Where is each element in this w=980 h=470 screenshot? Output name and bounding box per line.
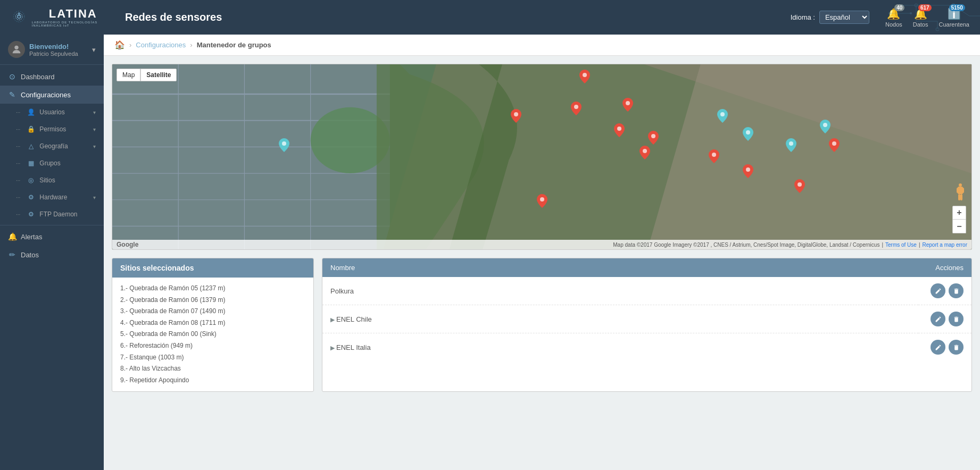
map-pin-cyan-2[interactable] (717, 109, 728, 124)
map-container[interactable]: Map Satellite (112, 64, 972, 250)
report-map-error-link[interactable]: Report a map error (923, 242, 967, 248)
map-pin-cyan-1[interactable] (279, 138, 289, 154)
sidebar-item-configuraciones[interactable]: ✎ Configuraciones (0, 86, 104, 104)
sidebar-item-label: Usuarios (39, 108, 64, 116)
sidebar-item-datos[interactable]: ✏ Datos (0, 246, 104, 264)
map-zoom-in-button[interactable]: + (952, 206, 966, 220)
svg-point-46 (823, 123, 827, 127)
map-type-controls: Map Satellite (117, 69, 177, 81)
site-item: 4.- Quebrada de Ramón 08 (1711 m) (120, 317, 305, 329)
group-edit-button-polkura[interactable] (931, 283, 945, 298)
svg-point-34 (617, 127, 621, 131)
alertas-icon: 🔔 (8, 232, 16, 241)
map-pin-red-1[interactable] (579, 70, 590, 85)
groups-col-nombre: Nombre (322, 258, 918, 277)
sidebar-item-usuarios[interactable]: ··· 👤 Usuarios ▾ (0, 104, 104, 121)
map-data-text: Map data ©2017 Google Imagery ©2017 , CN… (613, 242, 879, 248)
map-pin-red-7[interactable] (640, 146, 650, 161)
logo-text: LATINA (32, 8, 114, 20)
terms-of-use-link[interactable]: Terms of Use (885, 242, 917, 248)
sites-list: 1.- Quebrada de Ramón 05 (1237 m) 2.- Qu… (112, 278, 313, 391)
user-avatar (8, 41, 25, 58)
configuraciones-icon: ✎ (8, 90, 16, 99)
map-zoom-controls: + − (952, 206, 966, 233)
sidebar-item-alertas[interactable]: 🔔 Alertas (0, 228, 104, 246)
map-pin-red-12[interactable] (537, 194, 547, 209)
sites-panel: Sitios seleccionados 1.- Quebrada de Ram… (112, 258, 314, 392)
site-item: 8.- Alto las Vizcachas (120, 363, 305, 375)
bottom-section: Sitios seleccionados 1.- Quebrada de Ram… (112, 258, 972, 392)
map-pin-cyan-4[interactable] (786, 138, 796, 154)
map-type-satellite-button[interactable]: Satellite (140, 69, 177, 81)
google-logo: Google (117, 241, 138, 248)
svg-point-41 (540, 197, 544, 202)
breadcrumb-current: Mantenedor de grupos (197, 41, 271, 49)
table-row: ENEL Chile (322, 305, 971, 333)
geografia-arrow-icon: ▾ (93, 144, 96, 149)
map-zoom-out-button[interactable]: − (952, 220, 966, 233)
sidebar-item-sitios[interactable]: ··· ◎ Sitios (0, 172, 104, 189)
map-pin-red-6[interactable] (648, 131, 659, 146)
map-pin-cyan-5[interactable] (820, 120, 830, 135)
map-pin-red-4[interactable] (622, 98, 633, 113)
sidebar-item-permisos[interactable]: ··· 🔒 Permisos ▾ (0, 121, 104, 138)
content-area: 🏠 › Configuraciones › Mantenedor de grup… (104, 35, 980, 470)
svg-point-44 (746, 130, 750, 135)
site-item: 6.- Reforestación (949 m) (120, 340, 305, 352)
map-type-map-button[interactable]: Map (117, 69, 140, 81)
group-name-polkura: Polkura (330, 287, 354, 295)
group-delete-button-polkura[interactable] (949, 283, 964, 298)
grupos-icon: ▦ (27, 160, 35, 167)
group-edit-button-enel-chile[interactable] (931, 312, 945, 326)
group-delete-button-enel-chile[interactable] (949, 312, 964, 326)
map-pin-red-3[interactable] (571, 102, 582, 117)
group-delete-button-enel-italia[interactable] (949, 340, 964, 355)
group-name-enel-chile[interactable]: ENEL Chile (330, 315, 372, 323)
map-pegman-icon[interactable] (954, 183, 966, 206)
svg-point-36 (643, 149, 647, 153)
map-pin-red-9[interactable] (794, 179, 805, 195)
svg-point-31 (514, 112, 518, 116)
logo-subtitle: LABORATORIO DE TECNOLOGÍAS INALÁMBRICAS … (32, 21, 114, 27)
datos-nav-icon: ✏ (8, 250, 16, 259)
sidebar-item-grupos[interactable]: ··· ▦ Grupos (0, 155, 104, 172)
groups-panel: Nombre Acciones Polkura (322, 258, 972, 392)
username-text: Patricio Sepulveda (29, 51, 78, 57)
sidebar-item-ftp[interactable]: ··· ⚙ FTP Daemon (0, 206, 104, 223)
sidebar-item-geografia[interactable]: ··· △ Geografía ▾ (0, 138, 104, 155)
nav-section: ⊙ Dashboard ✎ Configuraciones ··· 👤 Usua… (0, 65, 104, 266)
language-select[interactable]: Español English Português (819, 11, 869, 24)
nav-separator-1 (0, 225, 104, 225)
svg-rect-47 (959, 183, 962, 187)
map-pin-cyan-3[interactable] (743, 127, 753, 142)
svg-line-6 (953, 5, 969, 16)
svg-point-35 (651, 134, 655, 138)
sidebar-item-label: Configuraciones (21, 91, 71, 99)
breadcrumb-home-icon[interactable]: 🏠 (114, 40, 125, 50)
svg-point-37 (746, 167, 750, 172)
logo-area: LATINA LABORATORIO DE TECNOLOGÍAS INALÁM… (11, 7, 114, 28)
breadcrumb-configuraciones[interactable]: Configuraciones (136, 41, 186, 49)
language-selector: Idioma : Español English Português (791, 11, 869, 24)
user-expand-icon[interactable]: ▾ (92, 46, 96, 54)
map-pin-red-8[interactable] (743, 164, 753, 180)
svg-rect-50 (961, 188, 964, 193)
group-edit-button-enel-italia[interactable] (931, 340, 945, 355)
sidebar-item-dashboard[interactable]: ⊙ Dashboard (0, 68, 104, 86)
sidebar-item-hardware[interactable]: ··· ⚙ Hardware ▾ (0, 189, 104, 206)
map-pin-red-10[interactable] (709, 149, 719, 165)
group-name-enel-italia[interactable]: ENEL Italia (330, 343, 371, 351)
site-item: 1.- Quebrada de Ramón 05 (1237 m) (120, 283, 305, 295)
groups-table: Nombre Acciones Polkura (322, 258, 971, 361)
group-actions (926, 340, 964, 355)
permisos-arrow-icon: ▾ (93, 127, 96, 132)
svg-point-16 (910, 12, 912, 14)
site-item: 5.- Quebrada de Ramón 00 (Sink) (120, 329, 305, 340)
svg-point-43 (720, 112, 725, 116)
map-pin-red-5[interactable] (614, 123, 625, 139)
breadcrumb: 🏠 › Configuraciones › Mantenedor de grup… (104, 35, 980, 56)
user-info: Bienvenido! Patricio Sepulveda ▾ (0, 35, 104, 65)
svg-point-40 (832, 141, 836, 146)
map-pin-red-2[interactable] (511, 109, 521, 124)
map-pin-red-11[interactable] (829, 138, 840, 154)
